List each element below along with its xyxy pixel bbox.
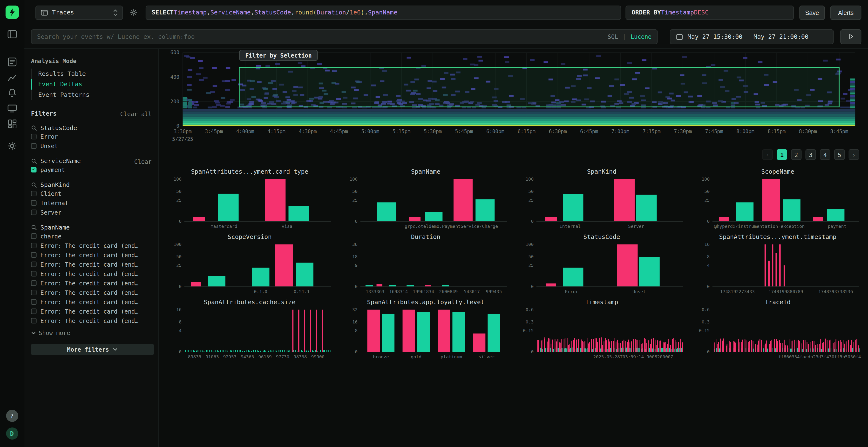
bar[interactable]: [784, 265, 785, 286]
bar[interactable]: [377, 284, 382, 286]
rail-item-logs[interactable]: [4, 54, 20, 70]
mini-chart-plot[interactable]: 0481689835910639295394365961399773098338…: [166, 308, 333, 360]
bar[interactable]: [563, 268, 583, 286]
rail-item-sessions[interactable]: [4, 101, 20, 116]
bar[interactable]: [636, 195, 656, 221]
mini-chart-plot[interactable]: 025501000.1.00.51.1: [166, 242, 333, 295]
search-bar[interactable]: SQL | Lucene: [31, 29, 658, 44]
bar[interactable]: [546, 283, 556, 286]
source-settings-gear-icon[interactable]: [129, 8, 138, 16]
show-more-button[interactable]: Show more: [31, 330, 154, 336]
checkbox[interactable]: [31, 243, 37, 248]
bar[interactable]: [406, 285, 414, 286]
bar[interactable]: [377, 202, 396, 221]
filter-option[interactable]: Error: [31, 132, 154, 141]
alerts-button[interactable]: Alerts: [830, 5, 862, 20]
mode-item-event-deltas[interactable]: Event Deltas: [31, 79, 154, 90]
bar[interactable]: [403, 310, 415, 352]
checkbox[interactable]: [31, 133, 37, 139]
sql-query-input[interactable]: SELECT Timestamp,ServiceName,StatusCode,…: [146, 5, 621, 20]
avatar[interactable]: D: [6, 427, 18, 440]
bar[interactable]: [438, 310, 451, 352]
filter-option[interactable]: Client: [31, 188, 154, 198]
checkbox[interactable]: [31, 261, 37, 267]
bar[interactable]: [763, 179, 780, 221]
bar[interactable]: [409, 217, 421, 221]
bar[interactable]: [389, 285, 396, 286]
order-by-input[interactable]: ORDER BY Timestamp DESC: [625, 5, 794, 20]
bar[interactable]: [275, 244, 293, 286]
bar[interactable]: [772, 244, 773, 286]
bar[interactable]: [813, 217, 824, 221]
filter-option[interactable]: Error: The credit card (end…: [31, 278, 154, 287]
bar[interactable]: [545, 217, 557, 221]
source-selector[interactable]: Traces: [35, 5, 123, 20]
clear-all-button[interactable]: Clear all: [120, 110, 152, 117]
rail-item-bell[interactable]: [4, 85, 20, 101]
bar[interactable]: [310, 310, 311, 352]
filter-option[interactable]: Internal: [31, 198, 154, 207]
mini-chart-plot[interactable]: 02550100@hyperdx/instrumentation-excepti…: [695, 177, 861, 230]
checkbox[interactable]: [31, 209, 37, 215]
bar[interactable]: [252, 268, 269, 286]
mini-chart-plot[interactable]: 02550100ErrorUnset: [519, 242, 685, 295]
mini-chart-plot[interactable]: 0481617481922734331748199880789174839373…: [695, 242, 861, 295]
timeline-selection[interactable]: [239, 67, 839, 107]
timeline-heatmap[interactable]: 60040020003:30pm3:45pm4:00pm4:15pm4:30pm…: [159, 49, 868, 147]
bar[interactable]: [304, 310, 305, 352]
mini-chart-plot[interactable]: 081632bronzegoldplatinumsilver: [343, 308, 509, 360]
rail-item-settings[interactable]: [4, 138, 20, 153]
pagination-next[interactable]: ›: [849, 149, 859, 160]
bar[interactable]: [775, 253, 777, 286]
bar[interactable]: [779, 244, 781, 286]
date-range-picker[interactable]: May 27 15:30:00 - May 27 21:00:00: [670, 29, 834, 44]
app-logo[interactable]: [5, 5, 19, 19]
page-button-4[interactable]: 4: [820, 149, 830, 160]
filter-option[interactable]: Error: The credit card (end…: [31, 287, 154, 297]
language-lucene-toggle[interactable]: Lucene: [630, 33, 651, 40]
checkbox[interactable]: [31, 289, 37, 295]
checkbox[interactable]: [31, 143, 37, 148]
mode-item-event-patterns[interactable]: Event Patterns: [31, 90, 154, 100]
mini-chart-plot[interactable]: 02550100mastercardvisa: [166, 177, 333, 230]
bar[interactable]: [298, 310, 300, 352]
bar[interactable]: [454, 179, 472, 221]
more-filters-button[interactable]: More filters: [31, 344, 154, 355]
bar[interactable]: [614, 179, 634, 221]
rail-item-sidebar[interactable]: [4, 27, 20, 42]
bar[interactable]: [191, 282, 201, 286]
search-input[interactable]: [37, 33, 603, 40]
bar[interactable]: [768, 261, 770, 286]
mini-chart-plot[interactable]: 00.150.30.6ff860334facdb23d3f430ff5b5050…: [695, 308, 861, 360]
bar[interactable]: [316, 310, 317, 352]
filter-option[interactable]: Error: The credit card (end…: [31, 241, 154, 250]
bar[interactable]: [382, 314, 395, 352]
help-button[interactable]: ?: [6, 410, 18, 422]
bar[interactable]: [452, 312, 465, 352]
mini-chart-plot[interactable]: 02550100InternalServer: [519, 177, 685, 230]
filter-option[interactable]: payment: [31, 165, 154, 174]
bar[interactable]: [322, 310, 323, 352]
bar[interactable]: [425, 285, 431, 286]
checkbox[interactable]: [31, 318, 37, 323]
checkbox[interactable]: [31, 233, 37, 239]
bar[interactable]: [765, 244, 766, 286]
filter-option[interactable]: Error: The credit card (end…: [31, 260, 154, 269]
bar[interactable]: [563, 194, 583, 221]
filter-option[interactable]: charge: [31, 231, 154, 241]
bar[interactable]: [296, 263, 313, 286]
bar[interactable]: [208, 276, 225, 286]
checkbox[interactable]: [31, 191, 37, 196]
bar[interactable]: [417, 312, 430, 352]
checkbox[interactable]: [31, 271, 37, 276]
bar[interactable]: [265, 179, 285, 221]
language-sql-toggle[interactable]: SQL: [608, 33, 618, 40]
bar[interactable]: [442, 285, 449, 286]
page-button-2[interactable]: 2: [791, 149, 802, 160]
bar[interactable]: [617, 244, 638, 286]
bar[interactable]: [425, 212, 442, 221]
bar[interactable]: [218, 194, 239, 221]
mode-item-results-table[interactable]: Results Table: [31, 69, 154, 79]
mini-chart-plot[interactable]: 00.150.30.62025-05-28T03:59:14.900820000…: [519, 308, 685, 360]
checkbox[interactable]: [31, 308, 37, 314]
